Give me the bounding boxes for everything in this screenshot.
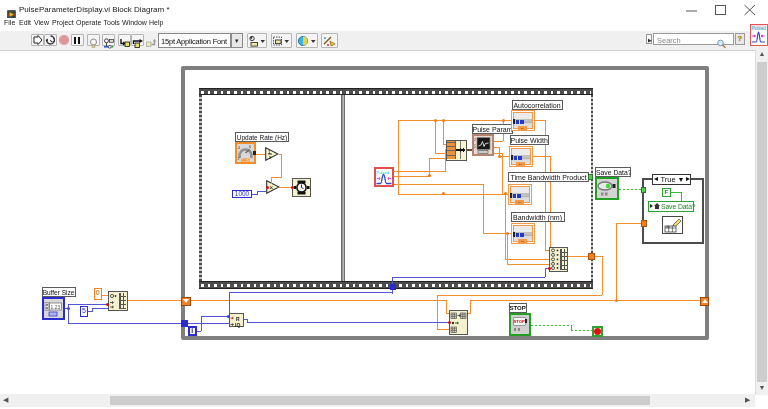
svg-text:Pulsed: Pulsed <box>377 170 390 175</box>
svg-text:2: 2 <box>474 138 476 142</box>
svg-text:abc: abc <box>666 224 671 228</box>
svg-text:×: × <box>269 184 273 191</box>
svg-text:IQ: IQ <box>235 322 240 328</box>
svg-text:Pulsed: Pulsed <box>752 26 766 31</box>
svg-text:4: 4 <box>238 146 240 150</box>
svg-text:1.23: 1.23 <box>242 159 249 163</box>
svg-text:2: 2 <box>238 157 240 161</box>
svg-text:∑: ∑ <box>474 144 477 148</box>
svg-text:6: 6 <box>249 144 251 148</box>
svg-text:1.23: 1.23 <box>50 304 60 310</box>
